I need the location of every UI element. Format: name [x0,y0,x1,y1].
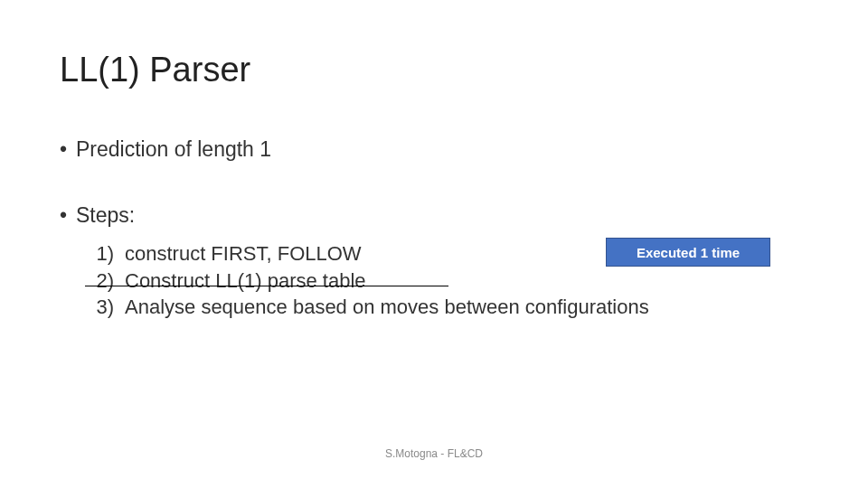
badge-label: Executed 1 time [637,245,740,260]
step-number: 2) [94,267,119,295]
step-item: 2) Construct LL(1) parse table [94,267,649,295]
step-text: Construct LL(1) parse table [119,267,366,295]
slide: LL(1) Parser • Prediction of length 1 • … [0,0,868,488]
step-item: 3) Analyse sequence based on moves betwe… [94,294,649,321]
executed-badge: Executed 1 time [606,238,770,267]
bullet-dot-icon: • [60,203,76,228]
bullet-text: Prediction of length 1 [76,137,271,162]
bullet-prediction: • Prediction of length 1 [60,137,271,162]
bullet-dot-icon: • [60,137,76,162]
step-text: Analyse sequence based on moves between … [119,294,649,321]
separator-line [85,286,448,286]
bullet-text: Steps: [76,203,135,228]
slide-footer: S.Motogna - FL&CD [0,447,868,460]
step-number: 1) [94,240,119,267]
steps-list: 1) construct FIRST, FOLLOW 2) Construct … [94,240,649,321]
step-item: 1) construct FIRST, FOLLOW [94,240,649,267]
step-number: 3) [94,294,119,321]
step-text: construct FIRST, FOLLOW [119,240,362,267]
slide-title: LL(1) Parser [60,51,250,89]
bullet-steps: • Steps: [60,203,135,228]
